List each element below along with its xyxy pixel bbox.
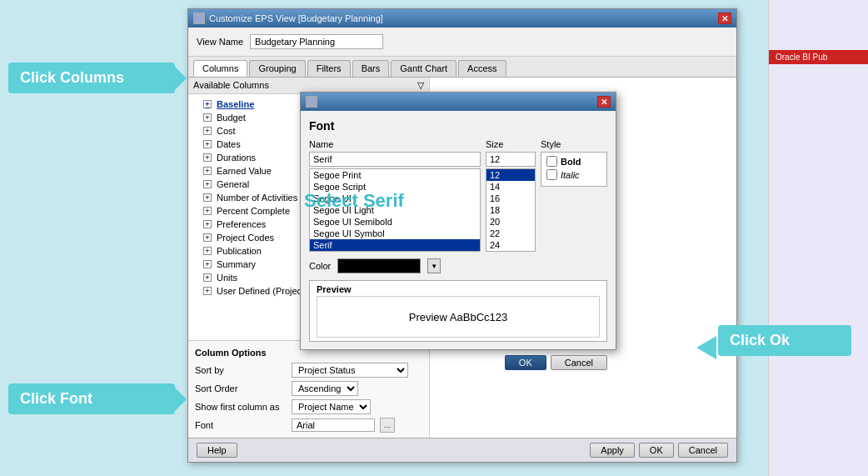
oracle-background: Oracle BI Pub <box>768 0 868 476</box>
font-list-item-segoe-script[interactable]: Segoe Script <box>310 181 480 193</box>
bottom-bar-right: Apply OK Cancel <box>590 443 728 458</box>
italic-checkbox-row: Italic <box>546 169 601 180</box>
callout-click-columns: Click Columns <box>8 63 175 93</box>
callout-click-ok: Click Ok <box>718 325 851 356</box>
font-list-item-segoe-ui-semibold[interactable]: Segoe UI Semibold <box>310 216 480 228</box>
font-body: Font Name Segoe Print Segoe Script Segoe… <box>301 111 616 350</box>
font-list-item-segoe-ui-light[interactable]: Segoe UI Light <box>310 204 480 216</box>
font-window-icon <box>306 96 317 108</box>
preview-section: Preview Preview AaBbCc123 <box>309 280 607 342</box>
font-dialog: ✕ Font Name Segoe Print Segoe Script Seg… <box>300 92 616 350</box>
font-list-item-segoe-ui[interactable]: Segoe UI <box>310 193 480 204</box>
size-item-18[interactable]: 18 <box>486 204 535 216</box>
font-titlebar-left <box>306 96 317 108</box>
expand-dates[interactable]: + <box>203 140 212 148</box>
sort-order-label: Sort Order <box>195 383 287 393</box>
font-ok-button[interactable]: OK <box>505 355 546 370</box>
callout-click-font: Click Font <box>8 383 175 414</box>
expand-user-defined[interactable]: + <box>203 287 212 295</box>
font-columns: Name Segoe Print Segoe Script Segoe UI S… <box>309 139 607 252</box>
expand-general[interactable]: + <box>203 180 212 188</box>
expand-percent-complete[interactable]: + <box>203 207 212 215</box>
expand-project-codes[interactable]: + <box>203 233 212 242</box>
size-item-20[interactable]: 20 <box>486 216 535 228</box>
font-name-column: Name Segoe Print Segoe Script Segoe UI S… <box>309 139 481 252</box>
font-ok-row: OK Cancel <box>301 350 616 375</box>
window-icon <box>193 13 205 24</box>
size-item-14[interactable]: 14 <box>486 181 535 193</box>
font-name-list[interactable]: Segoe Print Segoe Script Segoe UI Segoe … <box>309 168 481 252</box>
show-first-select[interactable]: Project Name <box>292 399 371 414</box>
color-swatch[interactable] <box>337 258 421 273</box>
font-row: Font … <box>195 418 422 433</box>
tab-bars[interactable]: Bars <box>352 60 390 77</box>
size-item-22[interactable]: 22 <box>486 228 535 239</box>
eps-title: Customize EPS View [Budgetary Planning] <box>209 13 383 23</box>
font-style-group: Bold Italic <box>541 152 607 187</box>
view-name-label: View Name <box>197 37 243 47</box>
italic-label[interactable]: Italic <box>561 170 580 180</box>
preview-box: Preview AaBbCc123 <box>317 296 600 338</box>
apply-button[interactable]: Apply <box>590 443 635 458</box>
font-browse-button[interactable]: … <box>380 418 395 433</box>
expand-earned-value[interactable]: + <box>203 167 212 175</box>
tab-access[interactable]: Access <box>458 60 506 77</box>
font-list-item-serif[interactable]: Serif <box>310 239 480 251</box>
size-item-24[interactable]: 24 <box>486 239 535 251</box>
ok-button[interactable]: OK <box>639 443 674 458</box>
sort-order-select[interactable]: Ascending <box>292 381 358 396</box>
font-list-item-segoe-print[interactable]: Segoe Print <box>310 169 480 181</box>
preview-label: Preview <box>317 284 600 294</box>
callout-click-ok-arrow <box>696 336 716 359</box>
font-list-item-shonar-bangla[interactable]: Shonar Bangla <box>310 251 480 252</box>
expand-units[interactable]: + <box>203 273 212 282</box>
size-item-16[interactable]: 16 <box>486 193 535 204</box>
expand-durations[interactable]: + <box>203 153 212 162</box>
font-cancel-button[interactable]: Cancel <box>551 355 607 370</box>
sort-order-row: Sort Order Ascending <box>195 381 422 396</box>
font-close-button[interactable]: ✕ <box>597 96 611 108</box>
tabs-bar: Columns Grouping Filters Bars Gantt Char… <box>188 57 736 78</box>
expand-preferences[interactable]: + <box>203 220 212 228</box>
tab-grouping[interactable]: Grouping <box>249 60 305 77</box>
font-size-column: Size 12 14 16 18 20 22 24 26 <box>486 139 536 252</box>
expand-publication[interactable]: + <box>203 247 212 255</box>
eps-titlebar: Customize EPS View [Budgetary Planning] … <box>188 9 736 28</box>
expand-number-of-activities[interactable]: + <box>203 193 212 202</box>
expand-cost[interactable]: + <box>203 127 212 135</box>
font-list-item-segoe-ui-symbol[interactable]: Segoe UI Symbol <box>310 228 480 239</box>
font-name-label: Name <box>309 139 481 149</box>
size-item-12[interactable]: 12 <box>486 169 535 181</box>
oracle-logo: Oracle BI Pub <box>769 50 868 64</box>
size-item-26[interactable]: 26 <box>486 251 535 252</box>
bold-checkbox[interactable] <box>546 156 557 167</box>
color-row: Color ▼ <box>309 258 607 273</box>
font-input[interactable] <box>292 418 375 432</box>
bold-label[interactable]: Bold <box>561 157 581 167</box>
italic-checkbox[interactable] <box>546 169 557 180</box>
font-dialog-title: Font <box>309 119 607 133</box>
view-name-input[interactable] <box>250 34 383 49</box>
expand-summary[interactable]: + <box>203 260 212 268</box>
tab-filters[interactable]: Filters <box>307 60 351 77</box>
tab-columns[interactable]: Columns <box>193 60 247 77</box>
tab-gantt-chart[interactable]: Gantt Chart <box>391 60 456 77</box>
color-dropdown-button[interactable]: ▼ <box>427 258 441 273</box>
font-size-input[interactable] <box>486 152 536 167</box>
show-first-row: Show first column as Project Name <box>195 399 422 414</box>
eps-close-button[interactable]: ✕ <box>718 13 731 24</box>
expand-budget[interactable]: + <box>203 113 212 122</box>
help-button[interactable]: Help <box>197 443 237 458</box>
font-size-label: Size <box>486 139 536 149</box>
font-name-input[interactable] <box>309 152 481 167</box>
font-label: Font <box>195 420 287 430</box>
expand-baseline[interactable]: + <box>203 100 212 108</box>
font-style-label: Style <box>541 139 607 149</box>
color-label: Color <box>309 261 331 271</box>
font-titlebar: ✕ <box>301 93 616 111</box>
preview-text: Preview AaBbCc123 <box>409 311 508 323</box>
show-first-label: Show first column as <box>195 402 287 412</box>
font-style-column: Style Bold Italic <box>541 139 607 252</box>
cancel-button[interactable]: Cancel <box>678 443 728 458</box>
font-size-list[interactable]: 12 14 16 18 20 22 24 26 <box>486 168 536 252</box>
